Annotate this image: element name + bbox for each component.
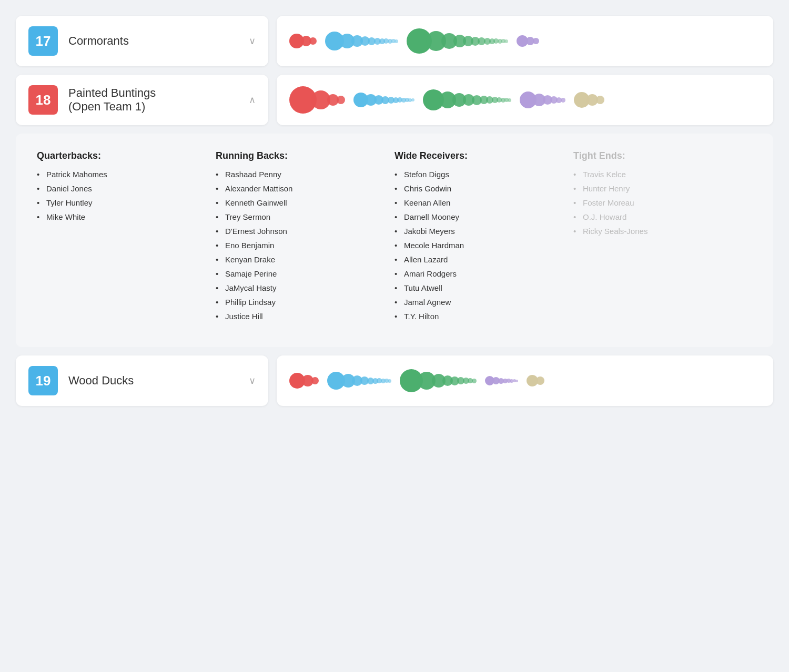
teams-container: 17Cormorants∨18Painted Buntings (Open Te… (16, 16, 773, 406)
list-item: Tyler Huntley (37, 198, 216, 207)
bubble-group-19-3 (485, 376, 518, 385)
list-item: Amari Rodgers (394, 269, 573, 278)
player-list-tightEnds: Travis KelceHunter HenryFoster MoreauO.J… (573, 170, 752, 236)
list-item: T.Y. Hilton (394, 312, 573, 321)
list-item: D'Ernest Johnson (216, 227, 394, 236)
bubble-group-19-1 (327, 372, 391, 390)
list-item: Jamal Agnew (394, 298, 573, 307)
list-item: Kenyan Drake (216, 255, 394, 264)
team-left-18: 18Painted Buntings (Open Team 1)∧ (16, 75, 268, 125)
bubble-group-18-4 (574, 92, 604, 108)
bubble-18-1-10 (411, 98, 414, 101)
list-item: JaMycal Hasty (216, 283, 394, 292)
list-item: Keenan Allen (394, 198, 573, 207)
list-item: Mecole Hardman (394, 241, 573, 250)
list-item: Allen Lazard (394, 255, 573, 264)
positions-grid-18: Quarterbacks:Patrick MahomesDaniel Jones… (37, 150, 752, 326)
team-left-17: 17Cormorants∨ (16, 16, 268, 66)
list-item: Kenneth Gainwell (216, 198, 394, 207)
bubble-18-3-5 (561, 98, 565, 103)
team-name-19: Wood Ducks (68, 374, 242, 388)
bubble-group-19-2 (400, 369, 477, 392)
list-item: Darnell Mooney (394, 212, 573, 221)
list-item: Tutu Atwell (394, 283, 573, 292)
bubble-18-2-11 (508, 98, 511, 102)
position-col-wideReceivers: Wide Receivers:Stefon DiggsChris GodwinK… (394, 150, 573, 326)
expanded-section-18: Quarterbacks:Patrick MahomesDaniel Jones… (16, 134, 773, 347)
bubble-group-18-1 (353, 93, 414, 107)
team-number-18: 18 (28, 85, 58, 115)
list-item: Travis Kelce (573, 170, 752, 179)
list-item: Rashaad Penny (216, 170, 394, 179)
bubble-19-2-8 (472, 379, 477, 383)
list-item: Samaje Perine (216, 269, 394, 278)
list-item: Ricky Seals-Jones (573, 227, 752, 236)
team-bubbles-18 (277, 75, 773, 125)
team-left-19: 19Wood Ducks∨ (16, 355, 268, 406)
bubble-19-3-7 (515, 380, 518, 382)
bubble-17-1-10 (394, 39, 398, 43)
bubble-19-4-1 (536, 376, 544, 385)
bubble-group-17-2 (407, 28, 508, 54)
team-name-17: Cormorants (68, 34, 242, 48)
position-label-quarterbacks: Quarterbacks: (37, 150, 216, 161)
position-col-quarterbacks: Quarterbacks:Patrick MahomesDaniel Jones… (37, 150, 216, 326)
position-label-tightEnds: Tight Ends: (573, 150, 752, 161)
list-item: Hunter Henry (573, 184, 752, 193)
bubble-group-18-2 (423, 89, 511, 110)
team-row-18: 18Painted Buntings (Open Team 1)∧ (16, 75, 773, 125)
bubble-17-0-2 (309, 37, 317, 45)
bubble-18-0-3 (337, 96, 345, 104)
bubble-group-19-0 (289, 373, 319, 389)
list-item: Alexander Mattison (216, 184, 394, 193)
team-number-17: 17 (28, 26, 58, 56)
list-item: Eno Benjamin (216, 241, 394, 250)
player-list-wideReceivers: Stefon DiggsChris GodwinKeenan AllenDarn… (394, 170, 573, 321)
bubble-group-18-3 (520, 91, 565, 108)
list-item: Phillip Lindsay (216, 298, 394, 307)
chevron-19[interactable]: ∨ (249, 375, 256, 386)
bubble-19-1-9 (388, 379, 391, 383)
list-item: Mike White (37, 212, 216, 221)
team-row-19: 19Wood Ducks∨ (16, 355, 773, 406)
position-col-runningBacks: Running Backs:Rashaad PennyAlexander Mat… (216, 150, 394, 326)
list-item: Stefon Diggs (394, 170, 573, 179)
list-item: Jakobi Meyers (394, 227, 573, 236)
bubble-group-19-4 (527, 375, 544, 386)
player-list-runningBacks: Rashaad PennyAlexander MattisonKenneth G… (216, 170, 394, 321)
list-item: Daniel Jones (37, 184, 216, 193)
bubble-group-17-0 (289, 34, 317, 48)
bubble-group-17-1 (325, 32, 398, 50)
team-bubbles-17 (277, 16, 773, 66)
position-label-runningBacks: Running Backs: (216, 150, 394, 161)
position-col-tightEnds: Tight Ends:Travis KelceHunter HenryFoste… (573, 150, 752, 326)
bubble-group-17-3 (517, 35, 539, 47)
list-item: Patrick Mahomes (37, 170, 216, 179)
bubble-17-3-2 (533, 38, 539, 44)
chevron-17[interactable]: ∨ (249, 35, 256, 47)
bubble-19-0-2 (311, 377, 319, 384)
bubble-18-4-2 (596, 96, 604, 104)
player-list-quarterbacks: Patrick MahomesDaniel JonesTyler Huntley… (37, 170, 216, 221)
list-item: Justice Hill (216, 312, 394, 321)
team-name-18: Painted Buntings (Open Team 1) (68, 86, 242, 114)
list-item: Trey Sermon (216, 212, 394, 221)
team-number-19: 19 (28, 366, 58, 395)
position-label-wideReceivers: Wide Receivers: (394, 150, 573, 161)
list-item: Chris Godwin (394, 184, 573, 193)
bubble-group-18-0 (289, 86, 345, 114)
team-bubbles-19 (277, 355, 773, 406)
list-item: O.J. Howard (573, 212, 752, 221)
bubble-17-2-12 (504, 39, 508, 43)
team-row-17: 17Cormorants∨ (16, 16, 773, 66)
chevron-18[interactable]: ∧ (249, 94, 256, 106)
list-item: Foster Moreau (573, 198, 752, 207)
